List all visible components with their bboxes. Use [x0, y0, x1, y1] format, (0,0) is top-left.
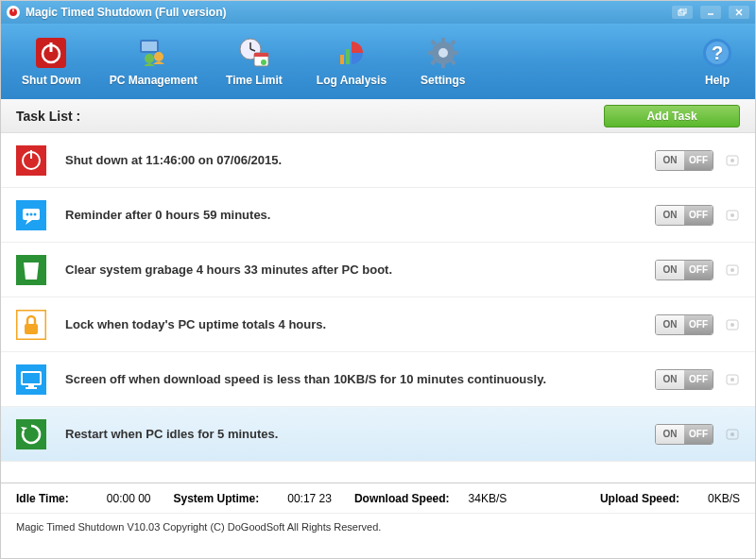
- toolbar-label: Help: [705, 74, 730, 87]
- toggle-on: ON: [656, 370, 684, 389]
- svg-rect-54: [16, 364, 46, 395]
- task-description: Restart when PC idles for 5 minutes.: [65, 427, 655, 441]
- svg-rect-56: [28, 384, 34, 387]
- pc-management-button[interactable]: PC Management: [102, 32, 205, 91]
- close-button[interactable]: [729, 6, 749, 19]
- task-toggle[interactable]: ON OFF: [655, 260, 713, 280]
- svg-rect-9: [50, 42, 53, 52]
- svg-rect-28: [430, 40, 436, 45]
- task-description: Clear system grabage 4 hours 33 minutes …: [65, 263, 655, 277]
- toolbar-label: Time Limit: [226, 74, 283, 87]
- svg-point-43: [30, 212, 33, 215]
- time-limit-button[interactable]: Time Limit: [218, 32, 290, 91]
- task-description: Reminder after 0 hours 59 minutes.: [65, 208, 655, 222]
- task-row[interactable]: Screen off when download speed is less t…: [1, 352, 755, 407]
- task-row[interactable]: Clear system grabage 4 hours 33 minutes …: [1, 243, 755, 297]
- footer: Magic Timed Shutdown V10.03 Copyright (C…: [1, 513, 755, 539]
- task-toggle[interactable]: ON OFF: [655, 205, 713, 226]
- task-toggle[interactable]: ON OFF: [655, 369, 713, 390]
- chart-icon: [335, 36, 369, 70]
- window-controls: [672, 6, 749, 19]
- svg-text:?: ?: [712, 42, 723, 63]
- gear-icon: [426, 36, 460, 70]
- idle-time-value: 00:00 00: [107, 492, 151, 505]
- svg-rect-30: [450, 40, 455, 45]
- toggle-off: OFF: [684, 261, 713, 280]
- toggle-on: ON: [656, 151, 684, 170]
- titlebar: Magic Timed Shutdown (Full version): [1, 1, 755, 24]
- upload-speed-label: Upload Speed:: [600, 492, 679, 505]
- svg-point-44: [34, 212, 37, 215]
- app-icon: [7, 6, 20, 19]
- svg-point-46: [730, 213, 734, 217]
- toggle-on: ON: [656, 425, 684, 444]
- help-button[interactable]: ? Help: [693, 32, 742, 91]
- edit-task-icon[interactable]: [725, 263, 740, 278]
- task-row[interactable]: Lock when today's PC uptime totals 4 hou…: [1, 297, 755, 352]
- lock-task-icon: [16, 310, 46, 340]
- svg-rect-21: [346, 49, 350, 64]
- svg-rect-27: [453, 51, 458, 55]
- svg-point-12: [154, 52, 163, 61]
- help-icon: ?: [700, 36, 734, 70]
- toolbar-label: Settings: [421, 74, 465, 87]
- download-speed-label: Download Speed:: [354, 492, 450, 505]
- main-toolbar: Shut Down PC Management Time Limit Log A…: [1, 24, 755, 99]
- add-task-button[interactable]: Add Task: [604, 105, 740, 127]
- status-bar: Idle Time: 00:00 00 System Uptime: 00:17…: [1, 483, 755, 513]
- svg-point-62: [730, 432, 734, 436]
- svg-rect-35: [16, 145, 46, 176]
- svg-point-23: [438, 48, 448, 58]
- svg-rect-24: [441, 38, 445, 43]
- minimize-button[interactable]: [700, 6, 721, 19]
- edit-task-icon[interactable]: [725, 427, 740, 442]
- task-row[interactable]: Shut down at 11:46:00 on 07/06/2015. ON …: [1, 133, 755, 188]
- svg-point-39: [730, 159, 734, 162]
- toggle-off: OFF: [684, 151, 713, 170]
- toggle-off: OFF: [684, 206, 713, 225]
- tasklist-label: Task List :: [16, 109, 604, 124]
- svg-point-53: [730, 323, 734, 327]
- svg-rect-18: [254, 53, 268, 57]
- toggle-on: ON: [656, 206, 684, 225]
- toggle-on: ON: [656, 315, 684, 334]
- screen-off-task-icon: [16, 364, 46, 395]
- svg-rect-37: [30, 150, 32, 159]
- upload-speed-value: 0KB/S: [708, 492, 740, 505]
- task-row[interactable]: Restart when PC idles for 5 minutes. ON …: [1, 407, 755, 462]
- edit-task-icon[interactable]: [725, 153, 740, 168]
- svg-rect-60: [16, 419, 46, 449]
- svg-rect-20: [340, 55, 344, 64]
- toggle-off: OFF: [684, 315, 713, 334]
- task-description: Shut down at 11:46:00 on 07/06/2015.: [65, 153, 655, 167]
- users-icon: [136, 36, 170, 70]
- toggle-off: OFF: [684, 370, 713, 389]
- edit-task-icon[interactable]: [725, 208, 740, 223]
- toolbar-label: PC Management: [110, 74, 198, 87]
- edit-task-icon[interactable]: [725, 317, 740, 332]
- settings-button[interactable]: Settings: [413, 32, 472, 91]
- task-toggle[interactable]: ON OFF: [655, 150, 713, 171]
- toggle-off: OFF: [684, 425, 713, 444]
- toolbar-label: Log Analysis: [317, 74, 387, 87]
- svg-rect-26: [428, 51, 434, 55]
- task-description: Screen off when download speed is less t…: [65, 372, 655, 386]
- svg-rect-25: [441, 62, 445, 68]
- restore-button[interactable]: [672, 6, 693, 19]
- task-description: Lock when today's PC uptime totals 4 hou…: [65, 317, 655, 331]
- svg-rect-1: [12, 9, 13, 12]
- edit-task-icon[interactable]: [725, 372, 740, 387]
- reminder-task-icon: [16, 200, 46, 230]
- toolbar-label: Shut Down: [22, 74, 81, 87]
- svg-rect-11: [142, 42, 157, 51]
- toggle-on: ON: [656, 261, 684, 280]
- download-speed-value: 34KB/S: [469, 492, 507, 505]
- power-icon: [34, 36, 68, 70]
- log-analysis-button[interactable]: Log Analysis: [309, 32, 394, 91]
- task-toggle[interactable]: ON OFF: [655, 424, 713, 445]
- svg-point-49: [730, 268, 734, 272]
- shutdown-button[interactable]: Shut Down: [14, 32, 89, 91]
- task-toggle[interactable]: ON OFF: [655, 314, 713, 335]
- task-row[interactable]: Reminder after 0 hours 59 minutes. ON OF…: [1, 188, 755, 243]
- clock-calendar-icon: [237, 36, 271, 70]
